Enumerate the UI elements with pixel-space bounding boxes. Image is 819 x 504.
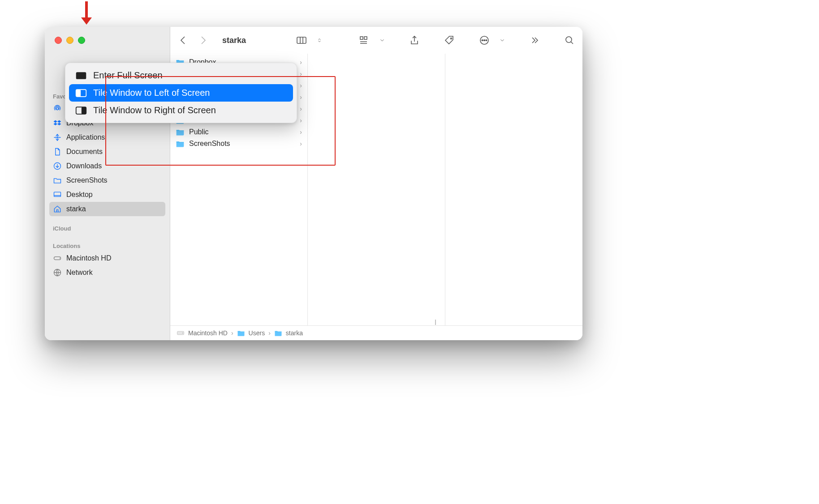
- dropbox-icon: [53, 119, 62, 128]
- sidebar-item-label: Documents: [66, 148, 103, 156]
- folder-icon: [176, 128, 185, 136]
- chevron-right-icon: ›: [300, 94, 302, 101]
- column-item[interactable]: ScreenShots›: [170, 138, 307, 149]
- tile-full-icon: [75, 71, 87, 80]
- svg-point-4: [59, 258, 60, 259]
- menu-item-full[interactable]: Enter Full Screen: [69, 67, 293, 84]
- svg-rect-17: [76, 72, 86, 79]
- column-1[interactable]: [308, 54, 445, 325]
- chevron-down-icon[interactable]: [379, 34, 385, 46]
- tile-right-icon: [75, 106, 87, 115]
- search-button[interactable]: [564, 34, 575, 46]
- view-updown-icon[interactable]: [316, 34, 323, 46]
- tile-left-icon: [75, 89, 87, 98]
- sidebar-item-downloads[interactable]: Downloads: [49, 159, 165, 173]
- airdrop-icon: [53, 104, 62, 113]
- path-separator: ›: [268, 329, 271, 337]
- sidebar-item-screenshots[interactable]: ScreenShots: [49, 173, 165, 188]
- svg-rect-2: [54, 192, 61, 196]
- column-item[interactable]: Public›: [170, 126, 307, 138]
- finder-window: Favourites AirDrop Dropbox Applications …: [45, 27, 582, 340]
- column-item-label: ScreenShots: [189, 140, 230, 148]
- back-button[interactable]: [177, 34, 189, 46]
- menu-item-label: Tile Window to Right of Screen: [93, 105, 216, 115]
- action-menu-button[interactable]: [478, 34, 490, 46]
- annotation-arrow: [78, 1, 95, 29]
- svg-rect-19: [76, 90, 81, 97]
- chevron-right-icon: ›: [300, 128, 302, 136]
- column-item-label: Public: [189, 128, 209, 136]
- chevron-right-icon: ›: [300, 59, 302, 66]
- sidebar-item-label: Desktop: [66, 191, 93, 199]
- svg-rect-8: [364, 37, 367, 39]
- group-button[interactable]: [358, 34, 370, 46]
- chevron-right-icon: ›: [300, 140, 302, 147]
- hdd-icon: [53, 254, 62, 263]
- path-segment[interactable]: starka: [286, 329, 303, 337]
- folder-icon: [176, 140, 185, 147]
- path-separator: ›: [231, 329, 233, 337]
- network-icon: [53, 268, 62, 277]
- svg-rect-7: [360, 37, 363, 39]
- forward-button[interactable]: [197, 34, 209, 46]
- folder-icon: [237, 330, 245, 336]
- sidebar-item-network[interactable]: Network: [49, 265, 165, 280]
- sidebar-item-label: Applications: [66, 133, 105, 141]
- sidebar-item-home[interactable]: starka: [49, 202, 165, 216]
- path-segment[interactable]: Macintosh HD: [188, 329, 228, 337]
- svg-rect-6: [297, 37, 306, 43]
- home-icon: [53, 205, 62, 214]
- folder-icon: [53, 176, 62, 185]
- applications-icon: [53, 133, 62, 142]
- hdd-icon: [177, 330, 185, 336]
- path-segment[interactable]: Users: [249, 329, 265, 337]
- share-button[interactable]: [409, 34, 420, 46]
- window-title: starka: [222, 36, 246, 45]
- menu-item-left[interactable]: Tile Window to Left of Screen: [69, 84, 293, 102]
- fullscreen-window-button[interactable]: [78, 37, 85, 44]
- menu-item-right[interactable]: Tile Window to Right of Screen: [69, 102, 293, 119]
- tag-button[interactable]: [444, 34, 455, 46]
- overflow-button[interactable]: [529, 34, 540, 46]
- toolbar: starka: [170, 27, 582, 54]
- download-icon: [53, 162, 62, 171]
- svg-point-9: [451, 38, 452, 39]
- sidebar-item-label: Macintosh HD: [66, 254, 111, 262]
- column-2[interactable]: [445, 54, 582, 325]
- desktop-icon: [53, 190, 62, 199]
- svg-point-13: [486, 40, 487, 41]
- sidebar-item-label: ScreenShots: [66, 176, 108, 184]
- column-resize-handle[interactable]: ||: [435, 319, 435, 325]
- svg-point-16: [182, 333, 183, 333]
- sidebar-item-label: Network: [66, 269, 93, 277]
- sidebar-section-locations: Locations: [49, 240, 165, 251]
- chevron-right-icon: ›: [300, 82, 302, 89]
- path-bar: Macintosh HD›Users›starka: [170, 325, 582, 340]
- sidebar-section-icloud: iCloud: [49, 222, 165, 234]
- menu-item-label: Tile Window to Left of Screen: [93, 88, 210, 98]
- document-icon: [53, 147, 62, 156]
- minimize-window-button[interactable]: [66, 37, 73, 44]
- menu-item-label: Enter Full Screen: [93, 70, 163, 81]
- chevron-right-icon: ›: [300, 105, 302, 112]
- sidebar-item-macintosh-hd[interactable]: Macintosh HD: [49, 251, 165, 265]
- svg-point-12: [484, 40, 485, 41]
- sidebar-item-label: Downloads: [66, 162, 102, 170]
- svg-rect-21: [82, 107, 86, 114]
- nav-buttons: [177, 34, 209, 46]
- chevron-right-icon: ›: [300, 117, 302, 124]
- view-columns-button[interactable]: [296, 34, 307, 46]
- close-window-button[interactable]: [55, 37, 62, 44]
- sidebar-item-desktop[interactable]: Desktop: [49, 188, 165, 202]
- sidebar-item-applications[interactable]: Applications: [49, 130, 165, 145]
- sidebar-item-label: starka: [66, 205, 86, 213]
- window-tile-menu: Enter Full ScreenTile Window to Left of …: [65, 63, 297, 123]
- chevron-down-icon[interactable]: [499, 34, 505, 46]
- svg-point-11: [482, 40, 483, 41]
- folder-icon: [274, 330, 282, 336]
- svg-point-0: [56, 108, 59, 110]
- sidebar-item-documents[interactable]: Documents: [49, 145, 165, 159]
- traffic-lights: [55, 37, 85, 44]
- chevron-right-icon: ›: [300, 70, 302, 77]
